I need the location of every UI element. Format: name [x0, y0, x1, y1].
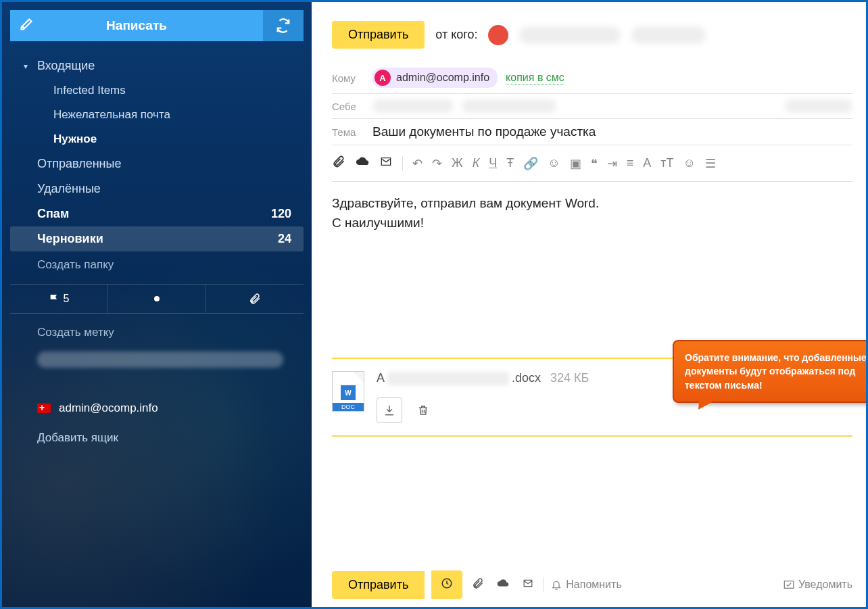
compose-icon	[20, 18, 33, 34]
add-mailbox[interactable]: Добавить ящик	[10, 423, 304, 453]
flag-count: 5	[64, 293, 70, 305]
from-redacted	[519, 26, 621, 44]
strike-icon[interactable]: Ŧ	[506, 156, 514, 170]
self-redacted-3	[785, 99, 852, 113]
attachment-filter[interactable]	[206, 285, 304, 313]
compose-label: Написать	[106, 18, 167, 33]
account-email: admin@ocomp.info	[59, 401, 158, 415]
redo-icon[interactable]: ↷	[432, 156, 442, 171]
send-button[interactable]: Отправить	[332, 21, 425, 49]
bold-icon[interactable]: Ж	[452, 156, 463, 170]
link-icon[interactable]: 🔗	[523, 156, 538, 171]
to-label: Кому	[332, 72, 364, 84]
bell-icon	[551, 579, 562, 590]
color-icon[interactable]: A	[643, 156, 651, 170]
schedule-button[interactable]	[431, 570, 462, 599]
subject-field[interactable]: Тема	[332, 119, 852, 145]
to-field[interactable]: Кому А admin@ocomp.info копия в смс	[332, 62, 852, 94]
message-body[interactable]: Здравствуйте, отправил вам документ Word…	[332, 182, 852, 303]
compose-pane: Отправить от кого: Кому А admin@ocomp.in…	[312, 2, 866, 607]
compose-button[interactable]: Написать	[10, 10, 263, 41]
folder-label: Нужное	[53, 132, 97, 146]
delete-attachment-button[interactable]	[410, 397, 436, 423]
editor-toolbar: ↶ ↷ Ж К Ч Ŧ 🔗 ☺ ▣ ❝ ⇥ ≡ A тТ ☺ ☰	[332, 145, 852, 182]
size-icon[interactable]: тТ	[660, 156, 673, 170]
cloud-icon[interactable]	[355, 155, 370, 172]
folder-important[interactable]: Нужное	[10, 127, 304, 151]
create-label[interactable]: Создать метку	[10, 319, 304, 346]
mail-icon[interactable]	[379, 156, 393, 170]
underline-icon[interactable]: Ч	[489, 156, 497, 170]
folder-drafts[interactable]: Черновики 24	[10, 226, 304, 251]
recipient-chip[interactable]: А admin@ocomp.info	[372, 68, 498, 88]
body-line: Здравствуйте, отправил вам документ Word…	[332, 194, 852, 214]
chip-email: admin@ocomp.info	[396, 72, 489, 84]
attachment-thumbnail[interactable]: W DOC	[332, 371, 364, 412]
folder-spam[interactable]: Спам 120	[10, 201, 304, 226]
dot-icon	[153, 295, 160, 302]
image-icon[interactable]: ▣	[570, 156, 581, 171]
subject-input[interactable]	[372, 124, 852, 139]
self-field[interactable]: Себе	[332, 94, 852, 119]
bottom-cloud-icon[interactable]	[493, 575, 512, 595]
folder-trash[interactable]: Удалённые	[10, 176, 304, 201]
check-mail-icon	[783, 579, 794, 590]
chip-avatar: А	[375, 70, 391, 86]
refresh-button[interactable]	[263, 10, 304, 41]
from-label: от кого:	[435, 28, 477, 42]
folder-sent[interactable]: Отправленные	[10, 151, 304, 176]
account-row[interactable]: admin@ocomp.info	[10, 393, 304, 423]
svg-point-0	[154, 296, 160, 301]
self-redacted	[372, 99, 454, 113]
folder-junk[interactable]: Нежелательная почта	[10, 103, 304, 127]
flagged-filter[interactable]: 5	[10, 285, 108, 313]
indent-icon[interactable]: ⇥	[607, 156, 617, 171]
sms-copy-link[interactable]: копия в смс	[506, 72, 564, 84]
undo-icon[interactable]: ↶	[412, 156, 423, 171]
from-redacted-2	[631, 26, 706, 44]
folder-label: Отправленные	[37, 157, 122, 171]
italic-icon[interactable]: К	[473, 156, 480, 170]
notify-button[interactable]: Уведомить	[783, 579, 852, 591]
separator	[544, 577, 544, 592]
folder-label: Спам	[37, 207, 69, 221]
quick-filters: 5	[10, 284, 304, 314]
attach-icon[interactable]	[332, 155, 345, 172]
folder-count: 24	[278, 232, 291, 246]
refresh-icon	[276, 18, 291, 33]
subject-label: Тема	[332, 126, 364, 138]
bottom-mail-icon[interactable]	[519, 576, 537, 593]
sidebar: Написать Входящие Infected Items Нежелат…	[2, 2, 312, 607]
redacted	[37, 351, 283, 368]
separator	[402, 156, 403, 171]
attachment-size: 324 КБ	[550, 371, 589, 385]
from-avatar	[488, 25, 508, 45]
smile-icon[interactable]: ☺	[683, 156, 695, 170]
folder-infected[interactable]: Infected Items	[10, 78, 304, 103]
folder-inbox[interactable]: Входящие	[10, 53, 304, 78]
swiss-flag-icon	[37, 404, 51, 413]
bottom-attach-icon[interactable]	[469, 575, 487, 595]
paperclip-icon	[249, 293, 261, 305]
self-redacted-2	[462, 99, 556, 113]
unread-filter[interactable]	[108, 285, 206, 313]
list-icon[interactable]: ☰	[705, 156, 716, 171]
folder-list: Входящие Infected Items Нежелательная по…	[10, 53, 304, 251]
folder-count: 120	[271, 207, 291, 221]
folder-label: Удалённые	[37, 182, 101, 196]
bottom-send-button[interactable]: Отправить	[332, 571, 425, 599]
bottom-toolbar: Отправить Напомнить Уведомить	[332, 562, 852, 607]
attachment-redacted	[387, 372, 509, 385]
doc-ext: DOC	[333, 403, 364, 411]
word-icon: W	[341, 385, 356, 400]
annotation-callout: Обратите внимание, что добавленные докум…	[673, 340, 866, 403]
folder-label: Черновики	[37, 232, 103, 246]
quote-icon[interactable]: ❝	[591, 156, 598, 171]
create-folder[interactable]: Создать папку	[10, 251, 304, 278]
align-icon[interactable]: ≡	[627, 156, 634, 170]
folder-label: Infected Items	[53, 84, 126, 97]
download-button[interactable]	[377, 397, 402, 423]
folder-label: Нежелательная почта	[53, 108, 170, 122]
remind-button[interactable]: Напомнить	[551, 579, 621, 591]
emoji-icon[interactable]: ☺	[548, 156, 560, 170]
